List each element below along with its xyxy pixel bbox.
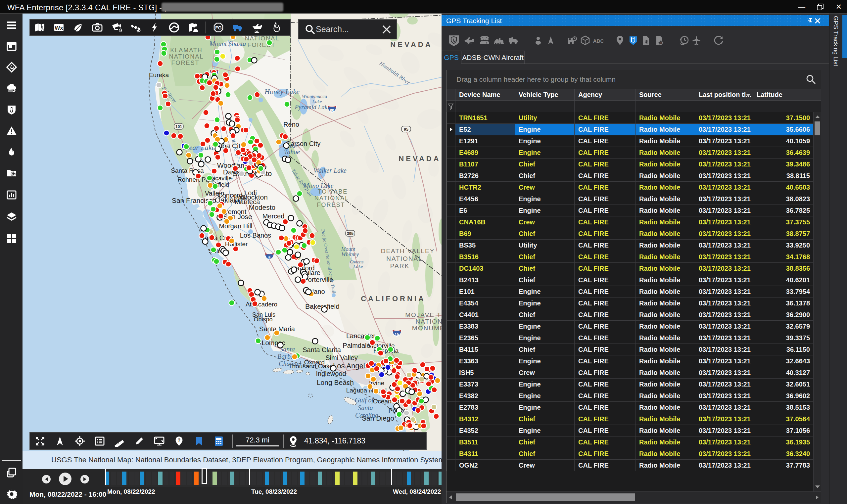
svg-text:TOIYABE: TOIYABE (318, 188, 347, 195)
svg-text:NATIONAL: NATIONAL (386, 255, 423, 262)
svg-text:Modesto: Modesto (249, 203, 276, 211)
svg-text:NATIONA: NATIONA (415, 318, 441, 325)
svg-text:Pyramid Lake: Pyramid Lake (294, 104, 330, 110)
svg-text:Winnemucca: Winnemucca (302, 94, 327, 99)
svg-text:15: 15 (395, 332, 399, 337)
svg-text:Gulf of: Gulf of (355, 396, 374, 404)
svg-text:Los Banos: Los Banos (240, 232, 271, 239)
svg-text:Lake: Lake (353, 264, 363, 269)
svg-text:Reno: Reno (283, 121, 299, 128)
svg-text:FG: FG (215, 25, 222, 31)
svg-text:395: 395 (347, 231, 354, 236)
svg-text:Atascadero: Atascadero (246, 301, 277, 308)
svg-text:PARK: PARK (390, 263, 410, 269)
svg-text:Santa Clarita: Santa Clarita (303, 346, 341, 354)
svg-text:FOREST: FOREST (317, 201, 345, 208)
svg-text:Wx: Wx (55, 25, 63, 31)
svg-text:FOREST: FOREST (171, 59, 199, 66)
svg-text:MOJAVE TRA: MOJAVE TRA (405, 311, 441, 318)
svg-text:Morgan Hill: Morgan Hill (219, 222, 252, 230)
svg-text:Eureka: Eureka (149, 71, 169, 78)
svg-text:Honey Lake: Honey Lake (264, 87, 300, 96)
svg-text:?: ? (178, 437, 181, 443)
svg-text:0: 0 (660, 41, 661, 45)
svg-text:Inglewood: Inglewood (316, 370, 346, 377)
svg-text:5: 5 (268, 255, 271, 260)
svg-text:NATIONAL: NATIONAL (169, 53, 204, 60)
svg-text:NATIONAL: NATIONAL (314, 195, 349, 201)
svg-text:NEVADA: NEVADA (398, 155, 440, 163)
svg-text:DEATH VALLEY: DEATH VALLEY (381, 248, 435, 254)
svg-text:80: 80 (330, 108, 334, 113)
svg-text:95: 95 (404, 127, 409, 132)
svg-text:Mount Shasta: Mount Shasta (209, 40, 246, 47)
svg-text:Channel: Channel (279, 360, 301, 367)
svg-text:Walker Lake: Walker Lake (313, 167, 346, 174)
svg-text:101: 101 (176, 124, 182, 129)
svg-text:NATIONAL: NATIONAL (245, 35, 280, 42)
svg-text:Tahoe: Tahoe (284, 148, 300, 156)
svg-text:Mount: Mount (341, 246, 355, 252)
svg-text:Merced: Merced (263, 213, 285, 220)
svg-text:Santa: Santa (358, 404, 373, 411)
svg-text:CALIFORNIA: CALIFORNIA (361, 294, 426, 303)
svg-text:Whitney: Whitney (342, 252, 359, 257)
svg-text:Palmdale: Palmdale (343, 342, 370, 349)
svg-text:Tracy: Tracy (233, 194, 247, 200)
svg-text:Simi Valley: Simi Valley (325, 354, 358, 361)
svg-text:MONUMEN: MONUMEN (412, 325, 441, 331)
svg-text:KLAMATH: KLAMATH (170, 47, 202, 54)
svg-text:Lancaster: Lancaster (346, 332, 375, 340)
svg-text:ABC: ABC (593, 38, 604, 44)
svg-text:Catalina: Catalina (355, 412, 378, 419)
svg-text:Obispo: Obispo (254, 316, 272, 323)
svg-text:Long Beach: Long Beach (317, 379, 354, 386)
svg-text:NEVADA: NEVADA (390, 40, 432, 49)
